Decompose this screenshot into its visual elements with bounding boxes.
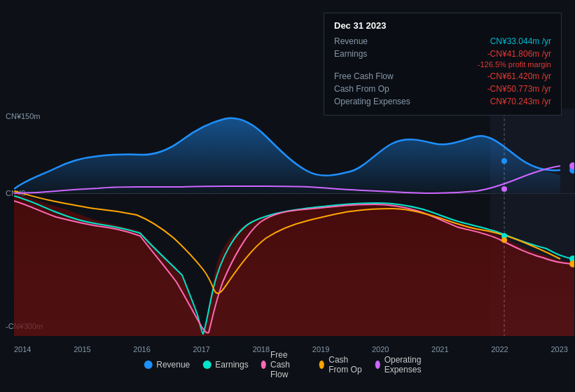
x-label-2021: 2021 <box>431 345 448 354</box>
chart-svg <box>14 108 574 336</box>
legend-label-earnings: Earnings <box>215 360 248 370</box>
cashfromop-value: -CN¥50.773m /yr <box>487 84 551 94</box>
legend-dot-fcf <box>261 360 266 369</box>
cashfromop-label: Cash From Op <box>334 84 389 94</box>
x-label-2023: 2023 <box>550 345 567 354</box>
chart-container: Dec 31 2023 Revenue CN¥33.044m /yr Earni… <box>0 0 575 392</box>
tooltip-row-cashfromop: Cash From Op -CN¥50.773m /yr <box>334 83 551 95</box>
tooltip-row-earnings: Earnings -CN¥41.806m /yr <box>334 48 551 60</box>
tooltip-box: Dec 31 2023 Revenue CN¥33.044m /yr Earni… <box>324 13 562 115</box>
legend-fcf[interactable]: Free Cash Flow <box>261 350 307 379</box>
legend-label-opex: Operating Expenses <box>385 355 431 374</box>
legend-dot-earnings <box>202 360 211 369</box>
fcf-label: Free Cash Flow <box>334 71 394 81</box>
opex-value: CN¥70.243m /yr <box>490 97 551 106</box>
x-label-2014: 2014 <box>14 345 31 354</box>
tooltip-row-opex: Operating Expenses CN¥70.243m /yr <box>334 95 551 108</box>
opex-cursor-dot <box>501 186 507 192</box>
legend-cashfromop[interactable]: Cash From Op <box>319 355 362 374</box>
revenue-cursor-dot <box>501 158 507 164</box>
opex-label: Operating Expenses <box>334 97 410 106</box>
x-label-2022: 2022 <box>491 345 508 354</box>
chart-svg-wrapper <box>14 108 575 336</box>
legend-label-revenue: Revenue <box>156 360 190 370</box>
cashfromop-cursor-dot <box>501 237 507 243</box>
legend-dot-revenue <box>144 360 152 369</box>
legend-opex[interactable]: Operating Expenses <box>375 355 431 374</box>
legend-earnings[interactable]: Earnings <box>202 360 248 370</box>
legend: Revenue Earnings Free Cash Flow Cash Fro… <box>144 350 431 379</box>
legend-revenue[interactable]: Revenue <box>144 360 190 370</box>
tooltip-date: Dec 31 2023 <box>334 20 551 31</box>
earnings-value: -CN¥41.806m /yr <box>487 49 551 59</box>
x-label-2015: 2015 <box>74 345 90 354</box>
legend-dot-cashfromop <box>319 360 324 369</box>
legend-dot-opex <box>375 360 380 369</box>
legend-label-cashfromop: Cash From Op <box>328 355 362 374</box>
tooltip-row-fcf: Free Cash Flow -CN¥61.420m /yr <box>334 70 551 83</box>
earnings-label: Earnings <box>334 49 367 59</box>
profit-margin-row: -126.5% profit margin <box>334 60 551 70</box>
legend-label-fcf: Free Cash Flow <box>270 350 307 379</box>
tooltip-row-revenue: Revenue CN¥33.044m /yr <box>334 35 551 48</box>
fcf-value: -CN¥61.420m /yr <box>487 71 551 81</box>
revenue-value: CN¥33.044m /yr <box>490 36 551 46</box>
revenue-label: Revenue <box>334 36 368 46</box>
profit-margin-value: -126.5% profit margin <box>478 60 551 69</box>
